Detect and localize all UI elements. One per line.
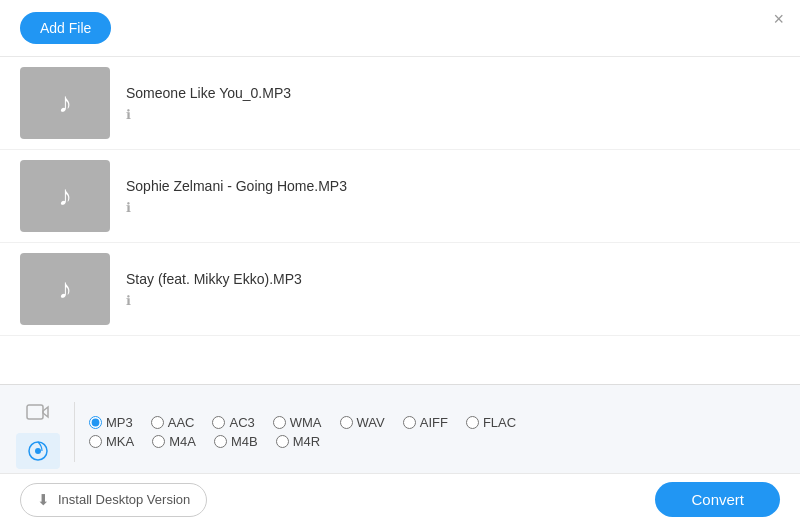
format-wav[interactable]: WAV	[340, 415, 385, 430]
info-icon[interactable]: ℹ	[126, 107, 291, 122]
format-row-2: MKA M4A M4B M4R	[89, 434, 784, 449]
info-icon[interactable]: ℹ	[126, 200, 347, 215]
format-mka[interactable]: MKA	[89, 434, 134, 449]
file-name: Stay (feat. Mikky Ekko).MP3	[126, 271, 302, 287]
format-radio-ac3[interactable]	[212, 416, 225, 429]
video-tab-button[interactable]	[16, 395, 60, 431]
format-aiff[interactable]: AIFF	[403, 415, 448, 430]
format-radio-flac[interactable]	[466, 416, 479, 429]
format-radio-wav[interactable]	[340, 416, 353, 429]
convert-button[interactable]: Convert	[655, 482, 780, 517]
svg-point-2	[35, 448, 41, 454]
close-button[interactable]: ×	[773, 10, 784, 28]
file-name: Sophie Zelmani - Going Home.MP3	[126, 178, 347, 194]
format-mp3[interactable]: MP3	[89, 415, 133, 430]
format-row-1: MP3 AAC AC3 WMA WAV AIFF F	[89, 415, 784, 430]
install-desktop-button[interactable]: ⬇ Install Desktop Version	[20, 483, 207, 517]
tab-divider	[74, 402, 75, 462]
format-radio-aac[interactable]	[151, 416, 164, 429]
format-m4b[interactable]: M4B	[214, 434, 258, 449]
file-name: Someone Like You_0.MP3	[126, 85, 291, 101]
music-note-icon: ♪	[58, 87, 72, 119]
audio-tab-button[interactable]	[16, 433, 60, 469]
format-aac[interactable]: AAC	[151, 415, 195, 430]
file-info: Stay (feat. Mikky Ekko).MP3 ℹ	[126, 271, 302, 308]
format-radio-wma[interactable]	[273, 416, 286, 429]
add-file-button[interactable]: Add File	[20, 12, 111, 44]
format-options: MP3 AAC AC3 WMA WAV AIFF F	[89, 415, 784, 449]
format-radio-m4b[interactable]	[214, 435, 227, 448]
file-thumbnail: ♪	[20, 160, 110, 232]
svg-rect-0	[27, 405, 43, 419]
format-radio-mka[interactable]	[89, 435, 102, 448]
file-item: ♪ Stay (feat. Mikky Ekko).MP3 ℹ	[0, 243, 800, 336]
download-icon: ⬇	[37, 491, 50, 509]
format-radio-m4r[interactable]	[276, 435, 289, 448]
music-note-icon: ♪	[58, 273, 72, 305]
file-info: Sophie Zelmani - Going Home.MP3 ℹ	[126, 178, 347, 215]
info-icon[interactable]: ℹ	[126, 293, 302, 308]
format-wma[interactable]: WMA	[273, 415, 322, 430]
file-list: ♪ Someone Like You_0.MP3 ℹ ♪ Sophie Zelm…	[0, 57, 800, 387]
file-thumbnail: ♪	[20, 67, 110, 139]
header: Add File ×	[0, 0, 800, 57]
music-note-icon: ♪	[58, 180, 72, 212]
format-m4r[interactable]: M4R	[276, 434, 320, 449]
format-m4a[interactable]: M4A	[152, 434, 196, 449]
format-ac3[interactable]: AC3	[212, 415, 254, 430]
file-info: Someone Like You_0.MP3 ℹ	[126, 85, 291, 122]
file-item: ♪ Someone Like You_0.MP3 ℹ	[0, 57, 800, 150]
file-item: ♪ Sophie Zelmani - Going Home.MP3 ℹ	[0, 150, 800, 243]
install-label: Install Desktop Version	[58, 492, 190, 507]
file-thumbnail: ♪	[20, 253, 110, 325]
format-radio-mp3[interactable]	[89, 416, 102, 429]
format-radio-aiff[interactable]	[403, 416, 416, 429]
format-radio-m4a[interactable]	[152, 435, 165, 448]
format-flac[interactable]: FLAC	[466, 415, 516, 430]
